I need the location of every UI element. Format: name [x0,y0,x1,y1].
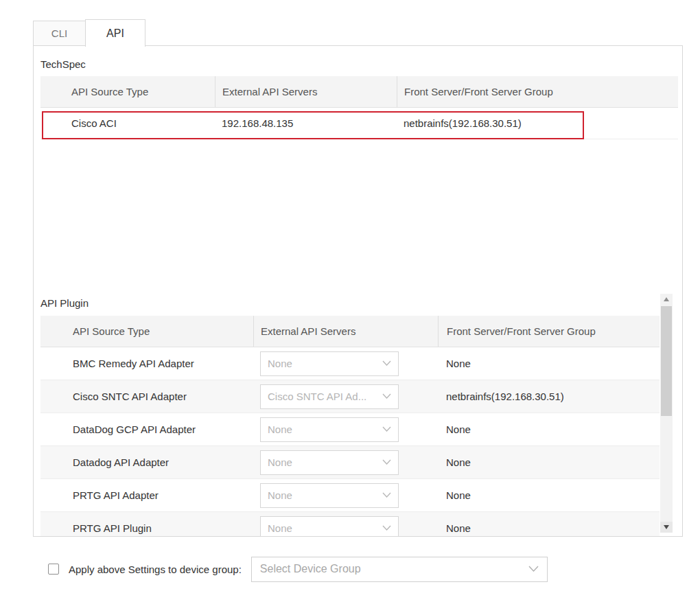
scrollbar-thumb[interactable] [661,306,672,416]
cell-source-type: PRTG API Adapter [66,489,253,501]
column-header-external-api-servers: External API Servers [215,76,397,107]
selected-value: None [268,358,292,369]
table-row-bmc-remedy: BMC Remedy API Adapter None None [40,347,660,380]
table-row-datadog: Datadog API Adapter None None [40,446,660,479]
cell-source-type: DataDog GCP API Adapter [66,424,253,435]
footer: Apply above Settings to device group: Se… [33,556,683,582]
cell-front-server: None [438,424,660,435]
external-api-server-select[interactable]: Cisco SNTC API Ad... [260,384,399,409]
cell-source-type: BMC Remedy API Adapter [66,358,253,369]
selected-value: None [268,456,292,468]
external-api-server-select[interactable]: None [260,351,399,376]
scroll-up-icon[interactable] [660,294,673,305]
cell-front-server: netbrainfs(192.168.30.51) [397,117,678,129]
tab-api-label: API [106,27,124,40]
techspec-section-label: TechSpec [40,58,86,70]
chevron-down-icon [382,360,391,367]
table-row-datadog-gcp: DataDog GCP API Adapter None None [40,413,660,446]
chevron-down-icon [382,459,391,465]
tab-api[interactable]: API [85,19,145,47]
cell-source-type: Cisco ACI [65,117,215,129]
external-api-server-select[interactable]: None [260,417,399,442]
api-plugin-section-label: API Plugin [40,297,89,309]
chevron-down-icon [382,492,391,498]
device-group-placeholder: Select Device Group [260,563,361,575]
column-header-front-server: Front Server/Front Server Group [397,76,678,107]
tab-cli[interactable]: CLI [33,21,86,46]
techspec-table: API Source Type External API Servers Fro… [40,76,678,139]
column-header-api-source-type: API Source Type [66,316,253,347]
column-header-api-source-type: API Source Type [65,76,215,107]
table-row-cisco-sntc: Cisco SNTC API Adapter Cisco SNTC API Ad… [40,380,660,413]
apply-device-group-label: Apply above Settings to device group: [69,564,242,575]
cell-front-server: None [438,489,660,501]
api-plugin-table-header: API Source Type External API Servers Fro… [40,316,660,347]
cell-external-servers: None [253,351,438,376]
cell-external-servers: None [253,516,438,537]
cell-external-servers: 192.168.48.135 [215,117,397,129]
api-plugin-table: API Source Type External API Servers Fro… [40,316,660,537]
external-api-server-select[interactable]: None [260,450,399,475]
column-header-front-server: Front Server/Front Server Group [438,316,660,347]
apply-device-group-checkbox[interactable] [48,564,59,575]
cell-external-servers: Cisco SNTC API Ad... [253,384,438,409]
selected-value: None [268,489,292,501]
header-gutter [40,76,65,107]
chevron-down-icon [528,566,539,572]
cell-external-servers: None [253,417,438,442]
cell-front-server: netbrainfs(192.168.30.51) [438,391,660,402]
cell-external-servers: None [253,450,438,475]
api-settings-page: CLI API TechSpec API Source Type Externa… [0,0,700,591]
scroll-down-icon[interactable] [660,522,673,533]
external-api-server-select[interactable]: None [260,516,399,537]
cell-source-type: PRTG API Plugin [66,522,253,534]
table-row-prtg-adapter: PRTG API Adapter None None [40,479,660,512]
cell-external-servers: None [253,483,438,508]
selected-value: None [268,424,292,435]
cell-source-type: Datadog API Adapter [66,456,253,468]
cell-front-server: None [438,358,660,369]
external-api-server-select[interactable]: None [260,483,399,508]
selected-value: None [268,522,292,534]
cell-front-server: None [438,456,660,468]
tab-cli-label: CLI [51,27,67,39]
cell-source-type: Cisco SNTC API Adapter [66,391,253,402]
device-group-select[interactable]: Select Device Group [251,557,548,582]
api-tab-panel: TechSpec API Source Type External API Se… [33,45,683,537]
techspec-row-cisco-aci[interactable]: Cisco ACI 192.168.48.135 netbrainfs(192.… [40,108,678,139]
techspec-table-header: API Source Type External API Servers Fro… [40,76,678,108]
selected-value: Cisco SNTC API Ad... [268,391,366,402]
chevron-down-icon [382,393,391,399]
table-row-prtg-plugin: PRTG API Plugin None None [40,512,660,537]
column-header-external-api-servers: External API Servers [253,316,438,347]
chevron-down-icon [382,525,391,531]
header-gutter [40,316,66,347]
cell-front-server: None [438,522,660,534]
vertical-scrollbar[interactable] [660,294,673,533]
chevron-down-icon [382,426,391,432]
